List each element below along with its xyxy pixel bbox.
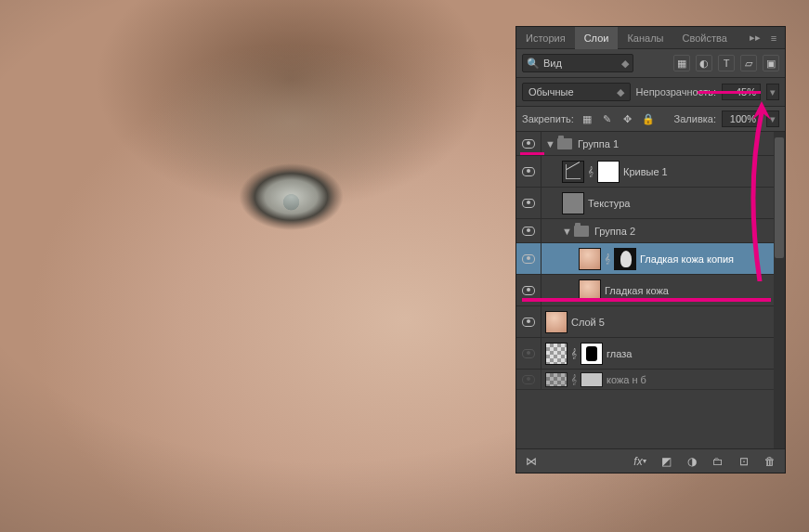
curves-thumbnail [562, 161, 584, 183]
filter-adjust-icon[interactable]: ◐ [696, 55, 712, 71]
filter-type-icon[interactable]: T [718, 55, 735, 71]
layer-name[interactable]: кожа н б [607, 374, 774, 385]
layer-name[interactable]: Кривые 1 [623, 166, 774, 177]
layers-list: ▼ Группа 1 𝄞 Кривые 1 Текстура [516, 132, 785, 448]
disclosure-triangle-icon[interactable]: ▼ [562, 226, 571, 237]
layers-panel: История Слои Каналы Свойства ▸▸ ≡ 🔍 Вид … [515, 26, 786, 474]
layer-name[interactable]: Группа 1 [578, 138, 774, 149]
filter-smart-icon[interactable]: ▣ [763, 55, 779, 71]
opacity-label: Непрозрачность: [636, 86, 716, 97]
search-icon: 🔍 [527, 58, 540, 70]
layer-filter-kind[interactable]: 🔍 Вид ◆ [522, 54, 633, 72]
layer-thumbnail [545, 343, 568, 365]
fill-input[interactable]: 100% [722, 110, 761, 127]
link-icon: 𝄞 [571, 374, 577, 385]
layer-thumbnail [579, 279, 601, 302]
opacity-value: 45% [736, 86, 756, 97]
layer-name[interactable]: Гладкая кожа копия [640, 253, 774, 265]
filter-shape-icon[interactable]: ▱ [740, 55, 757, 71]
layers-scrollbar[interactable] [774, 132, 785, 448]
opacity-stepper[interactable]: ▾ [766, 84, 779, 100]
link-layers-icon[interactable]: ⋈ [524, 454, 539, 469]
tab-layers[interactable]: Слои [575, 27, 619, 49]
add-mask-icon[interactable]: ◩ [659, 454, 673, 469]
tab-properties[interactable]: Свойства [672, 27, 736, 49]
fill-value: 100% [730, 113, 756, 124]
lock-transparent-icon[interactable]: ▦ [580, 111, 594, 126]
blend-mode-value: Обычные [528, 86, 574, 97]
mask-thumbnail[interactable] [581, 372, 603, 387]
layer-thumbnail [545, 372, 568, 387]
layer-name[interactable]: Группа 2 [594, 226, 774, 237]
lock-all-icon[interactable]: 🔒 [641, 111, 656, 126]
visibility-toggle[interactable] [522, 349, 535, 358]
link-icon: 𝄞 [588, 166, 594, 177]
layer-name[interactable]: глаза [607, 348, 774, 359]
layer-row-group2[interactable]: ▼ Группа 2 [516, 219, 774, 243]
filter-label: Вид [543, 58, 562, 69]
mask-thumbnail[interactable] [581, 343, 603, 365]
layer-row-curves1[interactable]: 𝄞 Кривые 1 [516, 156, 774, 188]
panel-tabs: История Слои Каналы Свойства ▸▸ ≡ [516, 27, 785, 49]
collapse-icon[interactable]: ▸▸ [748, 31, 763, 45]
layer-row-texture[interactable]: Текстура [516, 188, 774, 219]
add-adjustment-icon[interactable]: ◑ [685, 454, 699, 469]
scrollbar-thumb[interactable] [775, 137, 784, 258]
visibility-toggle[interactable] [522, 254, 535, 264]
new-layer-icon[interactable]: ⊡ [737, 454, 751, 469]
mask-thumbnail[interactable] [597, 161, 620, 183]
lock-position-icon[interactable]: ✥ [620, 111, 635, 126]
lock-row: Закрепить: ▦ ✎ ✥ 🔒 Заливка: 100% ▾ [516, 107, 785, 132]
chevron-updown-icon: ◆ [617, 86, 624, 98]
folder-icon [557, 138, 572, 149]
layer-row-smoothskin-copy[interactable]: 𝄞 Гладкая кожа копия [516, 243, 774, 275]
blend-row: Обычные ◆ Непрозрачность: 45% ▾ [516, 78, 785, 107]
link-icon: 𝄞 [605, 253, 610, 265]
fill-label: Заливка: [674, 113, 716, 124]
visibility-toggle[interactable] [522, 139, 535, 149]
layer-thumbnail [579, 248, 601, 270]
layers-footer: ⋈ fx▾ ◩ ◑ 🗀 ⊡ 🗑 [516, 448, 785, 473]
panel-menu-icon[interactable]: ≡ [766, 31, 781, 45]
tab-history[interactable]: История [516, 27, 575, 49]
visibility-toggle[interactable] [522, 227, 535, 236]
filter-row: 🔍 Вид ◆ ▦ ◐ T ▱ ▣ [516, 49, 785, 78]
layer-style-icon[interactable]: fx▾ [633, 454, 647, 469]
lock-label: Закрепить: [522, 113, 574, 124]
new-group-icon[interactable]: 🗀 [711, 454, 725, 469]
lock-image-icon[interactable]: ✎ [600, 111, 615, 126]
mask-thumbnail[interactable] [614, 248, 636, 270]
layer-name[interactable]: Гладкая кожа [605, 285, 774, 296]
blend-mode-select[interactable]: Обычные ◆ [522, 83, 631, 101]
layer-row-layer5[interactable]: Слой 5 [516, 306, 774, 338]
visibility-toggle[interactable] [522, 375, 535, 384]
link-icon: 𝄞 [571, 348, 577, 359]
layer-thumbnail [562, 192, 584, 214]
opacity-input[interactable]: 45% [722, 84, 761, 100]
visibility-toggle[interactable] [522, 167, 535, 176]
delete-layer-icon[interactable]: 🗑 [763, 454, 777, 469]
layer-row-smoothskin[interactable]: Гладкая кожа [516, 275, 774, 306]
layer-row-eyes[interactable]: 𝄞 глаза [516, 338, 774, 370]
filter-pixel-icon[interactable]: ▦ [673, 55, 690, 71]
layer-name[interactable]: Текстура [588, 198, 774, 209]
disclosure-triangle-icon[interactable]: ▼ [545, 138, 555, 149]
tab-channels[interactable]: Каналы [618, 27, 672, 49]
chevron-down-icon: ◆ [621, 58, 629, 70]
layer-row-group1[interactable]: ▼ Группа 1 [516, 132, 774, 156]
layer-thumbnail [545, 311, 568, 333]
visibility-toggle[interactable] [522, 318, 535, 327]
layer-row-skin-nb[interactable]: 𝄞 кожа н б [516, 370, 774, 390]
layer-name[interactable]: Слой 5 [571, 317, 774, 328]
visibility-toggle[interactable] [522, 286, 535, 295]
visibility-toggle[interactable] [522, 199, 535, 208]
fill-stepper[interactable]: ▾ [766, 110, 779, 127]
folder-icon [574, 226, 589, 237]
